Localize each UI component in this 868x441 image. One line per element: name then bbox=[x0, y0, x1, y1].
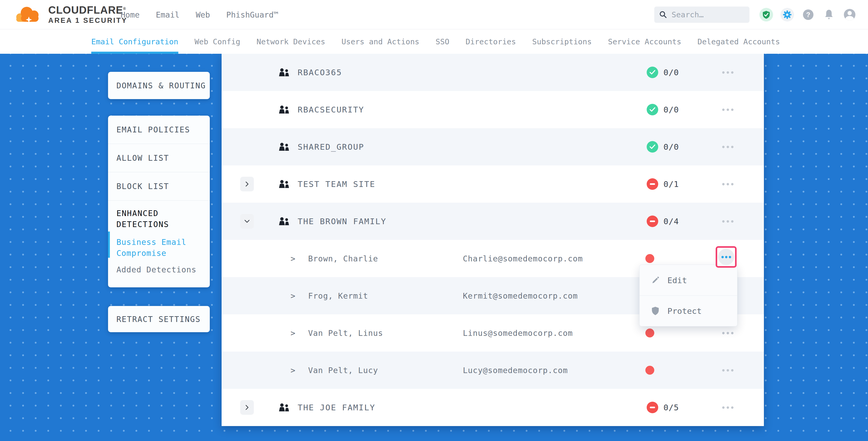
member-name: Frog, Kermit bbox=[308, 277, 368, 314]
nav-home[interactable]: Home bbox=[121, 10, 140, 20]
groups-table: RBACO365 0/0 RBACSECURITY 0/0 SHARED_G bbox=[222, 54, 764, 426]
help-icon[interactable]: ? bbox=[803, 9, 813, 20]
pencil-icon bbox=[650, 276, 660, 285]
table-row-group: THE JOE FAMILY 0/5 bbox=[222, 389, 764, 426]
group-people-icon bbox=[278, 143, 290, 152]
member-email: Lucy@somedemocorp.com bbox=[463, 352, 568, 389]
active-item-indicator bbox=[108, 231, 110, 258]
row-actions-button[interactable] bbox=[718, 91, 737, 128]
status-ok-icon bbox=[647, 104, 658, 115]
brand-name: CLOUDFLARE® bbox=[48, 3, 127, 16]
tab-directories[interactable]: Directories bbox=[465, 29, 516, 54]
tab-users-and-actions[interactable]: Users and Actions bbox=[341, 29, 419, 54]
search-box[interactable] bbox=[654, 6, 749, 23]
row-context-menu: Edit Protect bbox=[639, 264, 737, 326]
nav-email[interactable]: Email bbox=[156, 10, 179, 20]
sidebar-section-enhanced-detections: ENHANCED DETECTIONS Business Email Compr… bbox=[108, 200, 210, 274]
status-count: 0/1 bbox=[663, 165, 679, 203]
notifications-bell-icon[interactable] bbox=[823, 8, 835, 21]
group-name: RBACO365 bbox=[298, 54, 342, 91]
cloudflare-cloud-icon bbox=[13, 3, 45, 25]
member-email: Kermit@somedemocorp.com bbox=[463, 277, 578, 314]
status-ok-icon bbox=[647, 141, 658, 153]
status-ok-icon bbox=[647, 67, 658, 78]
member-chevron: > bbox=[290, 352, 295, 389]
tab-web-config[interactable]: Web Config bbox=[194, 29, 241, 54]
member-name: Brown, Charlie bbox=[308, 240, 378, 277]
menu-item-protect[interactable]: Protect bbox=[640, 295, 737, 326]
member-chevron: > bbox=[290, 277, 295, 314]
status-unprotected-dot bbox=[645, 366, 654, 375]
sidebar-item-allow-list[interactable]: ALLOW LIST bbox=[108, 144, 210, 172]
chevron-right-icon bbox=[245, 181, 249, 187]
sidebar-item-domains-routing[interactable]: DOMAINS & ROUTING bbox=[108, 72, 210, 99]
group-name: THE BROWN FAMILY bbox=[298, 203, 386, 240]
group-name: THE JOE FAMILY bbox=[298, 389, 375, 426]
expand-button[interactable] bbox=[240, 177, 254, 191]
group-people-icon bbox=[278, 105, 290, 115]
sidebar-item-block-list[interactable]: BLOCK LIST bbox=[108, 172, 210, 200]
security-shield-check-icon[interactable] bbox=[760, 8, 773, 22]
tab-delegated-accounts[interactable]: Delegated Accounts bbox=[698, 29, 780, 54]
group-name: RBACSECURITY bbox=[298, 91, 364, 128]
secondary-nav: Email Configuration Web Config Network D… bbox=[0, 29, 868, 54]
chevron-right-icon bbox=[245, 405, 249, 410]
sidebar-item-business-email-compromise[interactable]: Business Email Compromise bbox=[117, 237, 192, 259]
sidebar-item-email-policies[interactable]: EMAIL POLICIES bbox=[108, 116, 210, 144]
actions-highlight-ring bbox=[716, 246, 737, 268]
row-actions-button-active[interactable] bbox=[718, 249, 734, 265]
tab-sso[interactable]: SSO bbox=[436, 29, 449, 54]
row-actions-button[interactable] bbox=[718, 203, 737, 240]
group-people-icon bbox=[278, 180, 290, 189]
table-row-group: RBACO365 0/0 bbox=[222, 54, 764, 91]
sidebar-item-added-detections[interactable]: Added Detections bbox=[117, 265, 202, 274]
tab-subscriptions[interactable]: Subscriptions bbox=[532, 29, 592, 54]
group-name: TEST TEAM SITE bbox=[298, 165, 375, 203]
expand-button[interactable] bbox=[240, 400, 254, 415]
status-unprotected-dot bbox=[645, 328, 654, 338]
search-icon bbox=[659, 10, 668, 19]
row-actions-button[interactable] bbox=[718, 165, 737, 203]
status-blocked-icon bbox=[647, 216, 658, 227]
collapse-button[interactable] bbox=[240, 214, 254, 229]
table-row-group: RBACSECURITY 0/0 bbox=[222, 91, 764, 128]
row-actions-button[interactable] bbox=[718, 389, 737, 426]
member-email: Linus@somedemocorp.com bbox=[463, 314, 573, 352]
menu-item-edit[interactable]: Edit bbox=[640, 265, 737, 295]
status-count: 0/0 bbox=[663, 91, 679, 128]
member-name: Van Pelt, Lucy bbox=[308, 352, 378, 389]
search-input[interactable] bbox=[672, 10, 745, 19]
brand-logo: CLOUDFLARE® AREA 1 SECURITY bbox=[13, 3, 127, 25]
member-email: Charlie@somedemocorp.com bbox=[463, 240, 583, 277]
group-people-icon bbox=[278, 217, 290, 226]
tab-network-devices[interactable]: Network Devices bbox=[256, 29, 325, 54]
enhanced-detections-title[interactable]: ENHANCED DETECTIONS bbox=[117, 208, 190, 230]
status-blocked-icon bbox=[647, 402, 658, 413]
status-count: 0/0 bbox=[663, 54, 679, 91]
status-count: 0/0 bbox=[663, 128, 679, 165]
tab-email-configuration[interactable]: Email Configuration bbox=[91, 29, 178, 54]
status-count: 0/4 bbox=[663, 203, 679, 240]
row-actions-button[interactable] bbox=[718, 54, 737, 91]
settings-gear-icon[interactable] bbox=[780, 8, 794, 22]
member-name: Van Pelt, Linus bbox=[308, 314, 383, 352]
table-row-group: TEST TEAM SITE 0/1 bbox=[222, 165, 764, 203]
group-people-icon bbox=[278, 68, 290, 77]
nav-web[interactable]: Web bbox=[196, 10, 210, 20]
group-name: SHARED_GROUP bbox=[298, 128, 364, 165]
status-blocked-icon bbox=[647, 178, 658, 190]
chevron-down-icon bbox=[244, 219, 250, 223]
status-unprotected-dot bbox=[645, 254, 654, 263]
sidebar-policies-card: EMAIL POLICIES ALLOW LIST BLOCK LIST ENH… bbox=[108, 116, 210, 287]
row-actions-button[interactable] bbox=[718, 352, 737, 389]
row-actions-button[interactable] bbox=[718, 128, 737, 165]
nav-phishguard[interactable]: PhishGuard™ bbox=[226, 10, 278, 20]
table-row-member: > Van Pelt, Lucy Lucy@somedemocorp.com bbox=[222, 352, 764, 389]
account-avatar-icon[interactable] bbox=[844, 9, 856, 21]
tab-service-accounts[interactable]: Service Accounts bbox=[608, 29, 681, 54]
top-bar: CLOUDFLARE® AREA 1 SECURITY Home Email W… bbox=[0, 0, 868, 29]
group-people-icon bbox=[278, 403, 290, 413]
sidebar-item-retract-settings[interactable]: RETRACT SETTINGS bbox=[108, 306, 210, 332]
brand-subtitle: AREA 1 SECURITY bbox=[48, 16, 127, 25]
main-nav: Home Email Web PhishGuard™ bbox=[121, 0, 278, 29]
